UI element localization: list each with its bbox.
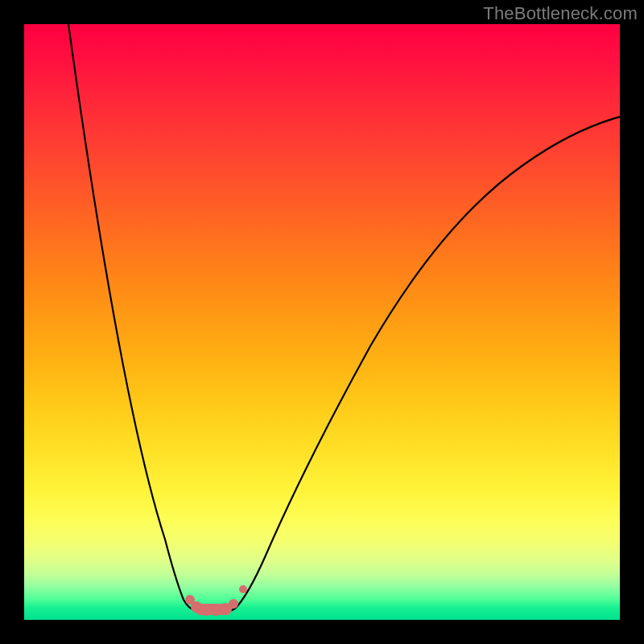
marker-dot <box>191 601 202 613</box>
curve-right <box>235 117 620 609</box>
bottleneck-curve <box>24 24 620 620</box>
marker-dot <box>200 605 212 616</box>
plot-area <box>24 24 620 620</box>
watermark-text: TheBottleneck.com <box>483 3 638 24</box>
curve-left <box>68 24 195 610</box>
marker-dot <box>229 599 238 609</box>
chart-frame: TheBottleneck.com <box>0 0 644 644</box>
marker-dot <box>239 585 247 593</box>
marker-dot <box>210 605 221 616</box>
